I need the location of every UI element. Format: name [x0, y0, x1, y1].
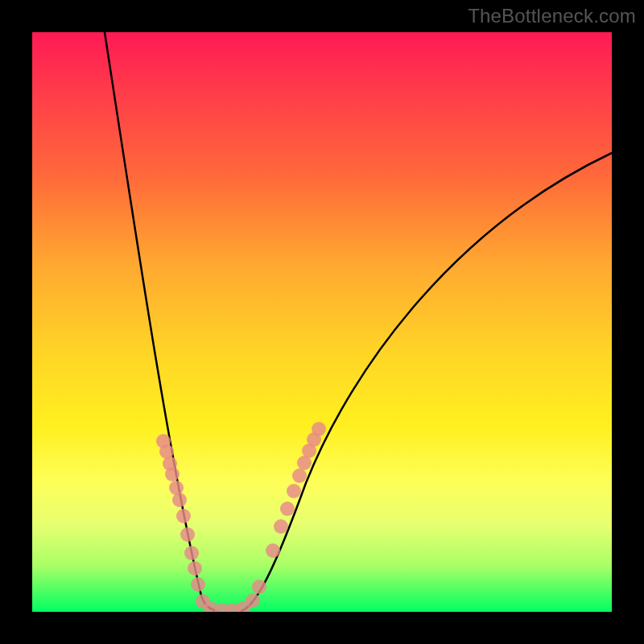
scatter-dot [252, 580, 266, 594]
scatter-dot [180, 527, 195, 542]
scatter-dot [292, 469, 307, 483]
plot-area [32, 32, 612, 612]
scatter-dot [172, 493, 187, 507]
scatter-group [156, 422, 326, 612]
scatter-dot [165, 467, 180, 481]
left-curve [105, 32, 217, 611]
scatter-dot [176, 509, 191, 523]
chart-frame: TheBottleneck.com [0, 0, 644, 644]
scatter-dot [191, 577, 205, 592]
scatter-dot [266, 543, 280, 558]
scatter-dot [280, 502, 295, 516]
scatter-dot [188, 561, 202, 576]
scatter-dot [274, 519, 288, 534]
scatter-dot [246, 593, 260, 608]
scatter-dot [184, 546, 199, 560]
watermark-label: TheBottleneck.com [468, 5, 636, 27]
right-curve [242, 153, 612, 611]
scatter-dot [312, 422, 326, 436]
curve-canvas [32, 32, 612, 612]
scatter-dot [287, 484, 301, 498]
